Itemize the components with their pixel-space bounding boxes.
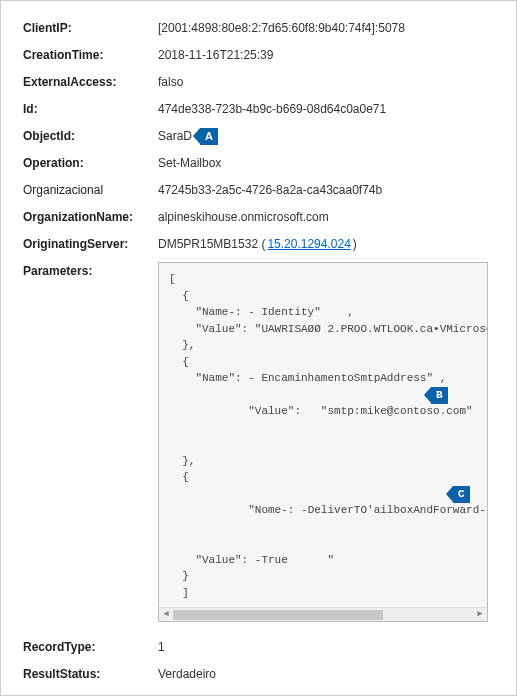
row-originating-server: OriginatingServer: DM5PR15MB1532 (15.20.… bbox=[23, 235, 498, 253]
value-parameters: [ { "Name-: - Identity" , "Value": "UAWR… bbox=[158, 262, 498, 622]
row-result-status: ResultStatus: Verdadeiro bbox=[23, 665, 498, 683]
value-organization-name: alpineskihouse.onmicrosoft.com bbox=[158, 208, 498, 226]
link-originating-server-version[interactable]: 15.20.1294.024 bbox=[267, 235, 350, 253]
scroll-left-icon[interactable]: ◀ bbox=[159, 608, 173, 622]
scroll-track[interactable] bbox=[173, 608, 473, 622]
label-parameters: Parameters: bbox=[23, 262, 158, 280]
row-parameters: Parameters: [ { "Name-: - Identity" , "V… bbox=[23, 262, 498, 622]
code-line: }, bbox=[169, 337, 477, 354]
value-sessional: aa3c08bf-c358-43d8-90c2-dad741337460 bbox=[158, 692, 498, 696]
label-client-ip: ClientIP: bbox=[23, 19, 158, 37]
code-line: ] bbox=[169, 585, 477, 602]
code-line: }, bbox=[169, 453, 477, 470]
label-operation: Operation: bbox=[23, 154, 158, 172]
label-organization-name: OrganizationName: bbox=[23, 208, 158, 226]
callout-b: B bbox=[431, 387, 448, 404]
code-line: { bbox=[169, 354, 477, 371]
value-creation-time: 2018-11-16T21:25:39 bbox=[158, 46, 498, 64]
code-line: { bbox=[169, 288, 477, 305]
row-operation: Operation: Set-Mailbox bbox=[23, 154, 498, 172]
value-organizational: 47245b33-2a5c-4726-8a2a-ca43caa0f74b bbox=[158, 181, 498, 199]
label-result-status: ResultStatus: bbox=[23, 665, 158, 683]
label-record-type: RecordType: bbox=[23, 638, 158, 656]
value-external-access: falso bbox=[158, 73, 498, 91]
label-object-id: ObjectId: bbox=[23, 127, 158, 145]
code-line: "Nome-: -DeliverTO'ailboxAndForward- , C bbox=[169, 486, 477, 552]
code-line: "Value": "smtp:mike@contoso.com" B bbox=[169, 387, 477, 453]
value-result-status: Verdadeiro bbox=[158, 665, 498, 683]
code-line: [ bbox=[169, 271, 477, 288]
label-external-access: ExternalAccess: bbox=[23, 73, 158, 91]
horizontal-scrollbar[interactable]: ◀ ▶ bbox=[159, 607, 487, 621]
label-id: Id: bbox=[23, 100, 158, 118]
code-line: { bbox=[169, 469, 477, 486]
row-sessional: Sessional aa3c08bf-c358-43d8-90c2-dad741… bbox=[23, 692, 498, 696]
row-record-type: RecordType: 1 bbox=[23, 638, 498, 656]
value-id: 474de338-723b-4b9c-b669-08d64c0a0e71 bbox=[158, 100, 498, 118]
callout-c: C bbox=[453, 486, 470, 503]
row-creation-time: CreationTime: 2018-11-16T21:25:39 bbox=[23, 46, 498, 64]
code-line: "Name-: - Identity" , bbox=[169, 304, 477, 321]
callout-a: A bbox=[200, 128, 218, 145]
label-originating-server: OriginatingServer: bbox=[23, 235, 158, 253]
code-line: "Name": - EncaminhamentoSmtpAddress" , bbox=[169, 370, 477, 387]
value-object-id: SaraD A bbox=[158, 127, 498, 145]
value-operation: Set-Mailbox bbox=[158, 154, 498, 172]
value-record-type: 1 bbox=[158, 638, 498, 656]
label-creation-time: CreationTime: bbox=[23, 46, 158, 64]
scroll-right-icon[interactable]: ▶ bbox=[473, 608, 487, 622]
row-client-ip: ClientIP: [2001:4898:80e8:2:7d65:60f8:9b… bbox=[23, 19, 498, 37]
scroll-thumb[interactable] bbox=[173, 610, 383, 620]
row-object-id: ObjectId: SaraD A bbox=[23, 127, 498, 145]
value-client-ip: [2001:4898:80e8:2:7d65:60f8:9b40:74f4]:5… bbox=[158, 19, 498, 37]
parameters-codebox: [ { "Name-: - Identity" , "Value": "UAWR… bbox=[158, 262, 488, 622]
value-originating-server: DM5PR15MB1532 (15.20.1294.024) bbox=[158, 235, 498, 253]
label-sessional: Sessional bbox=[23, 692, 158, 696]
text-originating-server-prefix: DM5PR15MB1532 ( bbox=[158, 235, 265, 253]
text-object-id: SaraD bbox=[158, 127, 192, 145]
code-text: "Nome-: -DeliverTO'ailboxAndForward- , bbox=[222, 504, 488, 516]
row-organizational: Organizacional 47245b33-2a5c-4726-8a2a-c… bbox=[23, 181, 498, 199]
text-originating-server-suffix: ) bbox=[353, 235, 357, 253]
code-text: "Value": "smtp:mike@contoso.com" bbox=[222, 405, 473, 417]
row-organization-name: OrganizationName: alpineskihouse.onmicro… bbox=[23, 208, 498, 226]
code-line: "Value": -True " bbox=[169, 552, 477, 569]
code-line: "Value": "UAWRISAØØ 2.PROO.WTLOOK.ca•VMi… bbox=[169, 321, 477, 338]
code-line: } bbox=[169, 568, 477, 585]
label-organizational: Organizacional bbox=[23, 181, 158, 199]
row-id: Id: 474de338-723b-4b9c-b669-08d64c0a0e71 bbox=[23, 100, 498, 118]
row-external-access: ExternalAccess: falso bbox=[23, 73, 498, 91]
